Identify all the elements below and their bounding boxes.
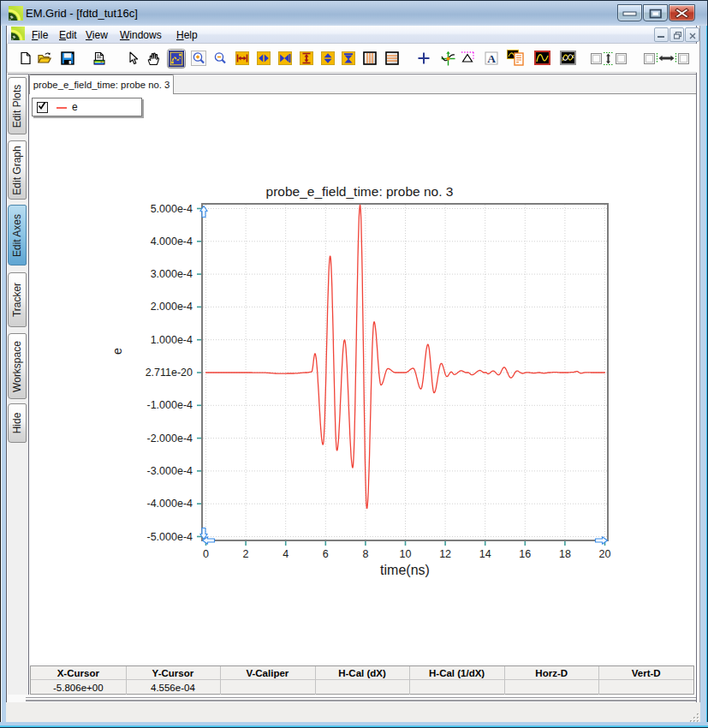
svg-text:5.000e-4: 5.000e-4: [151, 203, 193, 215]
svg-text:4: 4: [283, 548, 289, 560]
svg-text:-1.000e-4: -1.000e-4: [146, 399, 193, 411]
svg-text:-3.000e-4: -3.000e-4: [146, 465, 193, 477]
svg-text:0: 0: [203, 548, 209, 560]
svg-text:14: 14: [479, 548, 491, 560]
svg-text:10: 10: [400, 548, 412, 560]
svg-text:16: 16: [519, 548, 531, 560]
svg-text:e: e: [110, 348, 124, 355]
svg-text:8: 8: [362, 548, 368, 560]
svg-text:6: 6: [323, 548, 329, 560]
svg-text:-2.000e-4: -2.000e-4: [146, 433, 193, 445]
svg-text:2.000e-4: 2.000e-4: [151, 301, 193, 313]
svg-text:18: 18: [559, 548, 571, 560]
svg-text:2.711e-20: 2.711e-20: [146, 367, 193, 379]
svg-text:probe_e_field_time: probe no.: probe_e_field_time: probe no. 3: [266, 184, 454, 199]
svg-text:20: 20: [599, 548, 611, 560]
svg-text:2: 2: [243, 548, 249, 560]
svg-text:time(ns): time(ns): [380, 563, 430, 577]
svg-text:3.000e-4: 3.000e-4: [151, 268, 193, 280]
svg-text:-5.000e-4: -5.000e-4: [146, 531, 193, 543]
svg-text:12: 12: [439, 548, 451, 560]
svg-text:1.000e-4: 1.000e-4: [151, 334, 193, 346]
svg-text:-4.000e-4: -4.000e-4: [146, 498, 193, 510]
svg-text:4.000e-4: 4.000e-4: [151, 236, 193, 248]
